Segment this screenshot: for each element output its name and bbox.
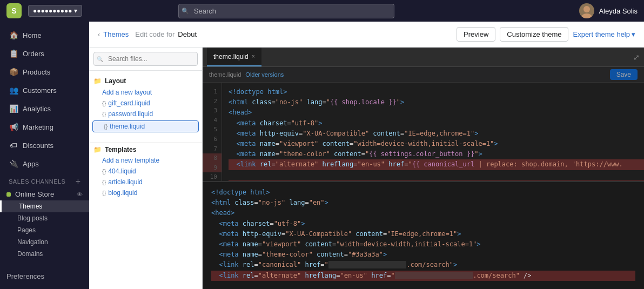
add-layout-link[interactable]: Add a new layout (89, 87, 202, 98)
breadcrumb-edit-label: Edit code for (135, 30, 175, 38)
secondary-header: ‹ Themes Edit code for Debut Preview Cus… (89, 22, 644, 48)
file-404[interactable]: {} 404.liquid (89, 166, 202, 177)
templates-section-header: 📁 Templates (89, 142, 202, 155)
sidebar-item-marketing[interactable]: 📢 Marketing (2, 118, 87, 136)
file-name: 404.liquid (108, 167, 136, 175)
sidebar-preferences[interactable]: Preferences (0, 268, 89, 285)
code-preview-overlay: <!doctype html> <html class="no-js" lang… (203, 181, 644, 289)
sidebar-label-home: Home (23, 31, 42, 39)
sidebar-item-customers[interactable]: 👥 Customers (2, 82, 87, 99)
sidebar-label-customers: Customers (23, 86, 57, 95)
user-name: Aleyda Solis (599, 7, 638, 15)
liquid-file-icon: {} (102, 190, 106, 196)
editor-file-info: theme.liquid Older versions Save (203, 67, 644, 83)
sales-channels-label: SALES CHANNELS + (0, 173, 89, 188)
file-name: password.liquid (108, 110, 153, 118)
global-search (178, 4, 394, 18)
editor-layout: 📁 Layout Add a new layout {} gift_card.l… (89, 48, 644, 289)
templates-section: 📁 Templates Add a new template {} 404.li… (89, 138, 202, 203)
preview-button[interactable]: Preview (457, 27, 495, 42)
eye-icon: 👁 (77, 191, 83, 198)
file-name: gift_card.liquid (108, 99, 150, 107)
layout-label: Layout (105, 77, 126, 85)
liquid-file-icon: {} (104, 123, 108, 130)
marketing-icon: 📢 (9, 123, 18, 131)
tab-theme-liquid[interactable]: theme.liquid × (207, 48, 261, 66)
sidebar-label-marketing: Marketing (23, 123, 53, 131)
sidebar-item-orders[interactable]: 📋 Orders (2, 45, 87, 62)
svg-point-1 (581, 14, 592, 18)
products-icon: 📦 (9, 68, 18, 76)
discounts-icon: 🏷 (9, 141, 18, 150)
save-button[interactable]: Save (610, 69, 638, 80)
sidebar-subitem-domains[interactable]: Domains (0, 248, 89, 260)
file-search-input[interactable] (93, 52, 198, 66)
file-article[interactable]: {} article.liquid (89, 177, 202, 187)
shopify-logo: S (6, 3, 22, 18)
file-gift-card[interactable]: {} gift_card.liquid (89, 98, 202, 109)
top-navigation: S ●●●●●●●●●● ▾ Aleyda Solis (0, 0, 644, 22)
liquid-file-icon: {} (102, 100, 106, 106)
sidebar-subitem-blog-posts[interactable]: Blog posts (0, 212, 89, 224)
online-store-dot (6, 192, 11, 197)
store-selector[interactable]: ●●●●●●●●●● ▾ (28, 5, 82, 17)
file-search-area (89, 48, 202, 71)
breadcrumb-parent[interactable]: Themes (103, 30, 129, 38)
sidebar: 🏠 Home 📋 Orders 📦 Products 👥 Customers 📊… (0, 22, 89, 289)
file-tree: 📁 Layout Add a new layout {} gift_card.l… (89, 48, 203, 289)
svg-point-0 (583, 6, 590, 12)
sidebar-item-products[interactable]: 📦 Products (2, 63, 87, 80)
breadcrumb: ‹ Themes Edit code for Debut (98, 30, 197, 38)
file-name: article.liquid (108, 178, 142, 186)
customers-icon: 👥 (9, 86, 18, 95)
sidebar-label-orders: Orders (23, 50, 44, 58)
sidebar-subitem-pages[interactable]: Pages (0, 224, 89, 236)
add-sales-channel-button[interactable]: + (76, 177, 81, 186)
search-input[interactable] (178, 4, 394, 18)
orders-icon: 📋 (9, 49, 18, 58)
expert-help-button[interactable]: Expert theme help ▾ (573, 30, 635, 38)
sidebar-item-analytics[interactable]: 📊 Analytics (2, 100, 87, 117)
sidebar-subitem-navigation[interactable]: Navigation (0, 236, 89, 248)
expand-editor-button[interactable]: ⤢ (633, 53, 640, 62)
content-area: ‹ Themes Edit code for Debut Preview Cus… (89, 22, 644, 289)
sidebar-item-discounts[interactable]: 🏷 Discounts (2, 137, 87, 154)
file-theme-liquid[interactable]: {} theme.liquid (92, 120, 199, 132)
liquid-file-icon: {} (102, 168, 106, 174)
sidebar-item-apps[interactable]: 🔌 Apps (2, 155, 87, 172)
older-versions-link[interactable]: Older versions (245, 71, 284, 78)
folder-icon: 📁 (93, 146, 102, 153)
liquid-file-icon: {} (102, 179, 106, 185)
file-name: blog.liquid (108, 189, 137, 197)
header-actions: Preview Customize theme Expert theme hel… (457, 27, 635, 42)
templates-label: Templates (105, 146, 136, 153)
breadcrumb-chevron-icon: ‹ (98, 30, 100, 38)
editor-tabs: theme.liquid × ⤢ (203, 48, 644, 67)
tab-close-button[interactable]: × (252, 53, 255, 59)
add-template-link[interactable]: Add a new template (89, 155, 202, 166)
layout-section: 📁 Layout Add a new layout {} gift_card.l… (89, 71, 202, 138)
sidebar-label-products: Products (23, 68, 50, 76)
sidebar-label-discounts: Discounts (23, 142, 53, 150)
chevron-down-icon: ▾ (74, 7, 77, 15)
code-editor: theme.liquid × ⤢ theme.liquid Older vers… (203, 48, 644, 289)
sidebar-label-apps: Apps (23, 160, 39, 168)
file-password[interactable]: {} password.liquid (89, 109, 202, 119)
customize-theme-button[interactable]: Customize theme (500, 27, 568, 42)
sidebar-item-home[interactable]: 🏠 Home (2, 26, 87, 44)
store-name: ●●●●●●●●●● (33, 7, 72, 15)
main-layout: 🏠 Home 📋 Orders 📦 Products 👥 Customers 📊… (0, 22, 644, 289)
analytics-icon: 📊 (9, 104, 18, 113)
editor-filename: theme.liquid (209, 71, 241, 78)
tab-label: theme.liquid (213, 53, 249, 61)
apps-icon: 🔌 (9, 159, 18, 168)
expert-help-label: Expert theme help (573, 30, 630, 38)
layout-section-header: 📁 Layout (89, 75, 202, 87)
sidebar-subitem-themes[interactable]: Themes (0, 200, 89, 212)
file-blog[interactable]: {} blog.liquid (89, 187, 202, 198)
liquid-file-icon: {} (102, 111, 106, 117)
folder-icon: 📁 (93, 77, 102, 85)
sidebar-item-online-store[interactable]: Online Store 👁 (0, 188, 89, 200)
chevron-down-icon: ▾ (632, 30, 635, 38)
avatar (579, 3, 594, 18)
